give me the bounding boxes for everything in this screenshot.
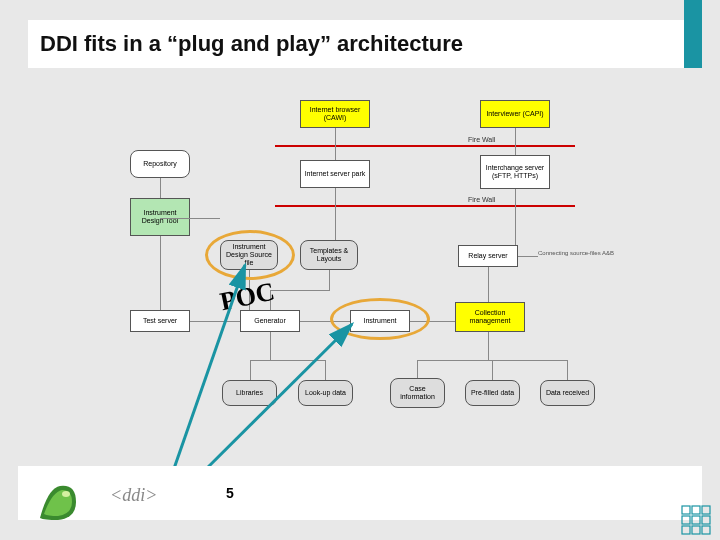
connector [515,128,516,155]
box-relay-server: Relay server [458,245,518,267]
connector [250,360,325,361]
cbs-logo-icon [680,504,712,536]
box-generator: Generator [240,310,300,332]
svg-point-2 [62,491,70,497]
box-test-server: Test server [130,310,190,332]
box-libraries: Libraries [222,380,277,406]
box-internet-server: Internet server park [300,160,370,188]
connector [190,321,240,322]
architecture-diagram: Internet browser (CAWI) Interviewer (CAP… [90,90,650,470]
connector [335,128,336,160]
connector [270,332,271,360]
ddi-logo-text: <ddi> [110,485,157,506]
page-title: DDI fits in a “plug and play” architectu… [40,31,463,57]
firewall-line-1 [275,145,575,147]
svg-rect-11 [702,526,710,534]
connector [515,189,516,245]
connector [160,236,161,310]
connector [417,360,418,378]
box-prefilled: Pre-filled data [465,380,520,406]
connector [518,256,538,257]
svg-rect-6 [682,516,690,524]
connector [488,267,489,302]
box-templates: Templates & Layouts [300,240,358,270]
connector [335,188,336,240]
box-interchange: Interchange server (sFTP, HTTPs) [480,155,550,189]
box-interviewer: Interviewer (CAPI) [480,100,550,128]
connector [325,360,326,380]
firewall-label-2: Fire Wall [468,196,495,203]
box-lookup-data: Look-up data [298,380,353,406]
box-data-received: Data received [540,380,595,406]
firewall-label-1: Fire Wall [468,136,495,143]
svg-rect-7 [692,516,700,524]
connector [160,218,220,219]
connector [492,360,493,380]
svg-rect-9 [682,526,690,534]
box-case-info: Case information [390,378,445,408]
box-instrument-design-tool: Instrument Design Tool [130,198,190,236]
title-bar: DDI fits in a “plug and play” architectu… [28,20,702,68]
highlight-ellipse-2 [330,298,430,340]
connector [250,360,251,380]
connector [270,290,330,291]
box-collection-mgmt: Collection management [455,302,525,332]
svg-rect-8 [702,516,710,524]
connector [329,270,330,290]
svg-rect-4 [692,506,700,514]
connector [160,178,161,198]
label-connecting: Connecting source-files A&B [538,250,628,256]
ddi-logo-icon [36,480,80,524]
connector [567,360,568,380]
svg-rect-10 [692,526,700,534]
connector [488,332,489,360]
svg-rect-5 [702,506,710,514]
firewall-line-2 [275,205,575,207]
highlight-ellipse-1 [205,230,295,280]
svg-rect-3 [682,506,690,514]
box-repository: Repository [130,150,190,178]
page-number: 5 [226,485,234,501]
box-internet-browser: Internet browser (CAWI) [300,100,370,128]
